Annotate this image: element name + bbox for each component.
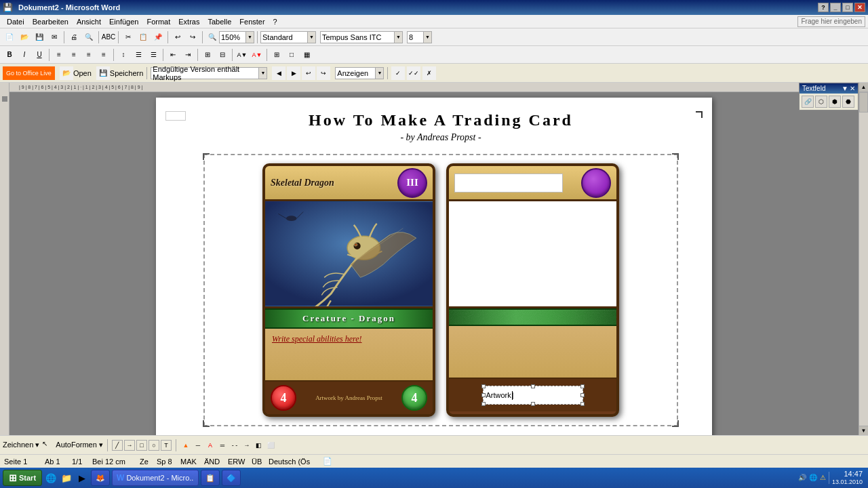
- doc-status-input[interactable]: Endgültige Version enthält Markups: [151, 67, 259, 79]
- textfeld-btn3[interactable]: ⬢: [829, 96, 841, 108]
- align-right-button[interactable]: ≡: [82, 48, 96, 62]
- highlight-color-button[interactable]: A▼: [235, 48, 249, 62]
- track-btn1[interactable]: ◀: [272, 66, 285, 80]
- minimize-button[interactable]: _: [830, 3, 841, 12]
- textbox-tool[interactable]: T: [161, 440, 172, 451]
- accept-btn2[interactable]: ✓✓: [407, 66, 420, 80]
- spell-button[interactable]: ABC: [102, 30, 115, 44]
- card-skeletal-dragon[interactable]: Skeletal Dragon III: [262, 163, 435, 417]
- track-btn4[interactable]: ↪: [317, 66, 330, 80]
- accept-btn1[interactable]: ✓: [391, 66, 405, 80]
- size-dropdown[interactable]: ▼: [424, 31, 432, 43]
- textfeld-panel[interactable]: Textfeld ▼ ✕ 🔗 ⬡ ⬢ ⬣: [799, 83, 859, 110]
- save-label[interactable]: Speichern: [110, 69, 144, 77]
- font-color-button[interactable]: A▼: [250, 48, 264, 62]
- task-word[interactable]: W Dokument2 - Micro...: [112, 470, 199, 486]
- select-tool[interactable]: ↖: [42, 440, 53, 451]
- 3d-tool[interactable]: ⬜: [266, 440, 277, 451]
- track-btn3[interactable]: ↩: [302, 66, 315, 80]
- font-input[interactable]: Tempus Sans ITC: [320, 31, 395, 43]
- document-area[interactable]: | 9 | 8 | 7 | 6 | 5 | 4 | 3 | 2 | 1 | · …: [9, 83, 859, 435]
- menu-ansicht[interactable]: Ansicht: [73, 16, 105, 27]
- quick-launch-ie[interactable]: 🌐: [44, 471, 58, 485]
- menu-fenster[interactable]: Fenster: [235, 16, 269, 27]
- indent-button[interactable]: ⇥: [181, 48, 195, 62]
- scroll-down-button[interactable]: ▼: [859, 426, 868, 435]
- zoom-out-button[interactable]: 🔍: [205, 30, 219, 44]
- menu-datei[interactable]: Datei: [3, 16, 28, 27]
- doc-status-dropdown[interactable]: ▼: [259, 67, 267, 79]
- close-button[interactable]: ✕: [854, 3, 865, 12]
- numbering-button[interactable]: ☰: [132, 48, 145, 62]
- reject-btn[interactable]: ✗: [422, 66, 436, 80]
- scroll-up-button[interactable]: ▲: [859, 83, 868, 92]
- fill-color-tool[interactable]: ▲: [180, 440, 191, 451]
- quick-launch-media[interactable]: ▶: [75, 471, 89, 485]
- cut-button[interactable]: ✂: [121, 30, 135, 44]
- menu-format[interactable]: Format: [142, 16, 174, 27]
- redo-button[interactable]: ↪: [186, 30, 199, 44]
- italic-button[interactable]: I: [18, 48, 31, 62]
- anzeigen-dropdown[interactable]: ▼: [376, 67, 384, 79]
- anzeigen-input[interactable]: Anzeigen: [335, 67, 376, 79]
- undo-button[interactable]: ↩: [171, 30, 184, 44]
- textfeld-close-btn[interactable]: ✕: [850, 85, 855, 92]
- card-blank-template[interactable]: Artwork|: [446, 163, 619, 417]
- size-input[interactable]: 8: [407, 31, 424, 43]
- track-btn2[interactable]: ▶: [287, 66, 300, 80]
- style-input[interactable]: Standard: [260, 31, 308, 43]
- menu-einfuegen[interactable]: Einfügen: [105, 16, 142, 27]
- preview-button[interactable]: 🔍: [82, 30, 96, 44]
- scroll-thumb[interactable]: [859, 92, 868, 113]
- underline-button[interactable]: U: [33, 48, 46, 62]
- oval-tool[interactable]: ○: [149, 440, 159, 451]
- save-button[interactable]: 💾: [33, 30, 46, 44]
- copy-button[interactable]: 📋: [136, 30, 150, 44]
- shading-button[interactable]: ▦: [300, 48, 313, 62]
- rect-tool[interactable]: □: [136, 440, 147, 451]
- menu-tabelle[interactable]: Tabelle: [203, 16, 235, 27]
- textfeld-btn1[interactable]: 🔗: [802, 96, 814, 108]
- start-button[interactable]: ⊞ Start: [3, 470, 42, 486]
- justify-button[interactable]: ≡: [97, 48, 111, 62]
- print-button[interactable]: 🖨: [67, 30, 81, 44]
- align-center-button[interactable]: ≡: [67, 48, 81, 62]
- zoom-input[interactable]: 150%: [219, 31, 246, 43]
- zeichnen-btn[interactable]: Zeichnen ▾: [3, 441, 39, 449]
- open-button[interactable]: 📂: [18, 30, 31, 44]
- email-button[interactable]: ✉: [47, 30, 61, 44]
- textfeld-controls[interactable]: ▼ ✕: [842, 85, 855, 92]
- table-button[interactable]: ⊞: [201, 48, 214, 62]
- bold-button[interactable]: B: [3, 48, 16, 62]
- task-icon3[interactable]: 📋: [201, 470, 220, 486]
- help-button[interactable]: ?: [818, 3, 829, 12]
- insert-table-button[interactable]: ⊞: [270, 48, 283, 62]
- font-dropdown[interactable]: ▼: [395, 31, 403, 43]
- outdent-button[interactable]: ⇤: [166, 48, 180, 62]
- textfeld-btn4[interactable]: ⬣: [842, 96, 854, 108]
- line-spacing-button[interactable]: ↕: [117, 48, 130, 62]
- font-color-tool-draw[interactable]: A: [205, 440, 216, 451]
- task-firefox[interactable]: 🦊: [91, 470, 110, 486]
- line-style-tool[interactable]: ═: [217, 440, 228, 451]
- office-live-button[interactable]: Go to Office Live: [3, 66, 55, 80]
- task-icon4[interactable]: 🔷: [222, 470, 241, 486]
- right-scrollbar[interactable]: ▲ ▼: [859, 83, 868, 435]
- line-color-tool[interactable]: ─: [193, 440, 203, 451]
- menu-bearbeiten[interactable]: Bearbeiten: [28, 16, 73, 27]
- shadow-tool[interactable]: ◧: [254, 440, 264, 451]
- save-btn2[interactable]: 💾: [96, 66, 110, 80]
- menu-help[interactable]: ?: [269, 16, 281, 27]
- quick-launch-explorer[interactable]: 📁: [60, 471, 73, 485]
- borders-button[interactable]: □: [285, 48, 298, 62]
- frage-input[interactable]: Frage hier eingeben: [801, 18, 862, 25]
- style-dropdown[interactable]: ▼: [308, 31, 316, 43]
- open-label[interactable]: Open: [73, 69, 92, 77]
- card-name-field-right[interactable]: [454, 174, 563, 192]
- window-controls[interactable]: ? _ □ ✕: [818, 3, 865, 12]
- maximize-button[interactable]: □: [842, 3, 853, 12]
- artwork-textbox-container[interactable]: Artwork|: [483, 386, 583, 405]
- textfeld-btn2[interactable]: ⬡: [815, 96, 827, 108]
- document-page[interactable]: How to make A Trading Card - by Andreas …: [156, 98, 712, 435]
- textfeld-dropdown-btn[interactable]: ▼: [842, 85, 848, 92]
